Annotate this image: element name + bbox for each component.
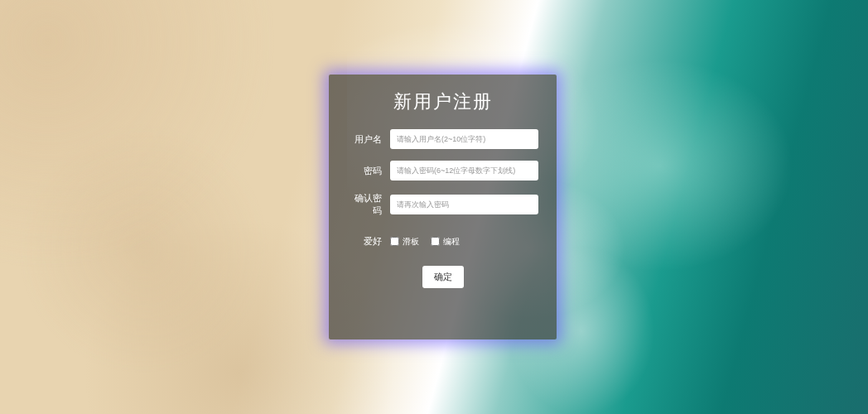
password-row: 密码 [347, 161, 538, 181]
hobby-skateboard-checkbox[interactable] [390, 237, 399, 246]
hobby-row: 爱好 滑板 编程 [347, 235, 538, 248]
form-title: 新用户注册 [347, 89, 538, 114]
registration-form: 新用户注册 用户名 密码 确认密码 爱好 滑板 编程 确定 [329, 75, 557, 339]
username-input[interactable] [390, 129, 538, 149]
password-label: 密码 [347, 165, 390, 177]
confirm-password-row: 确认密码 [347, 192, 538, 217]
hobby-skateboard-item: 滑板 [390, 236, 419, 248]
submit-button[interactable]: 确定 [422, 266, 464, 288]
hobby-programming-checkbox[interactable] [431, 237, 440, 246]
confirm-password-label: 确认密码 [347, 192, 390, 217]
password-input[interactable] [390, 161, 538, 181]
username-label: 用户名 [347, 133, 390, 146]
hobby-label: 爱好 [347, 235, 390, 248]
submit-row: 确定 [347, 266, 538, 288]
hobby-programming-item: 编程 [431, 236, 460, 248]
hobby-programming-label[interactable]: 编程 [443, 236, 460, 248]
confirm-password-input[interactable] [390, 195, 538, 214]
hobby-skateboard-label[interactable]: 滑板 [403, 236, 419, 248]
hobby-checkbox-group: 滑板 编程 [390, 236, 460, 248]
username-row: 用户名 [347, 129, 538, 149]
